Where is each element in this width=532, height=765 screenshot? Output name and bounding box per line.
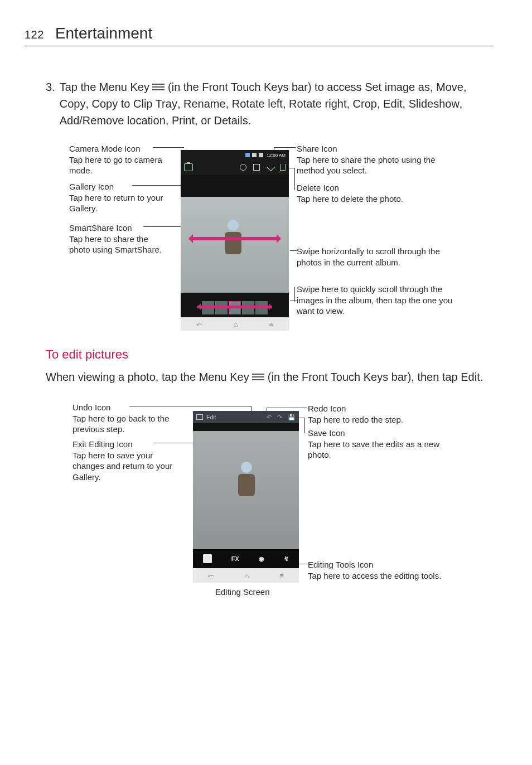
opt: Rotate right [289, 98, 346, 110]
phone-screenshot: Edit ↶ ↷ 💾 FX ◉ ↯ ⤺ ⌂ ≡ [193, 411, 299, 583]
text: (in the Front Touch Keys bar) to access [165, 81, 365, 93]
step-number: 3. [46, 79, 55, 129]
callout-desc: Tap here to save your changes and return… [72, 450, 184, 483]
callout-desc: Tap here to save the edits as a new phot… [308, 439, 464, 461]
swipe-callout: Swipe horizontally to scroll through the… [297, 246, 458, 268]
edit-tools-bar: FX ◉ ↯ [193, 549, 299, 568]
phone-screenshot: 12:00 AM ⤺ ⌂ [181, 150, 289, 319]
tools-callout: Editing Tools Icon Tap here to access th… [308, 559, 475, 581]
filter-tool-icon[interactable]: ◉ [259, 555, 264, 563]
undo-icon[interactable]: ↶ [267, 414, 272, 421]
photo-subject [222, 220, 244, 264]
callout-title: Editing Tools Icon [308, 559, 475, 570]
text: Tap the [60, 81, 99, 93]
leader-line [153, 443, 197, 443]
save-callout: Save Icon Tap here to save the edits as … [308, 428, 464, 461]
step-3: 3. Tap the Menu Key (in the Front Touch … [46, 79, 493, 129]
leader-line [294, 168, 295, 190]
nav-bar: ⤺ ⌂ ≡ [181, 317, 289, 331]
leader-line [267, 408, 307, 408]
callout-title: Exit Editing Icon [72, 439, 184, 450]
text: . [480, 371, 483, 383]
photo-viewer-diagram: Camera Mode Icon Tap here to go to camer… [69, 143, 493, 333]
menu-icon [252, 374, 264, 381]
section-heading: To edit pictures [46, 347, 493, 362]
photo-subject [235, 462, 258, 506]
callout-title: Save Icon [308, 428, 464, 439]
callout-desc: Tap here to go to camera mode. [69, 154, 170, 176]
menu-icon[interactable]: ≡ [279, 572, 284, 580]
callout-desc: Swipe horizontally to scroll through the… [297, 246, 458, 268]
caption: Editing Screen [215, 587, 270, 597]
thumbnail-strip[interactable] [181, 298, 289, 317]
opt: Rotate left [232, 98, 283, 110]
leader-line [274, 147, 296, 148]
callout-desc: Tap here to access the editing tools. [308, 570, 475, 582]
callout-title: Undo Icon [72, 402, 184, 413]
back-icon[interactable]: ⤺ [208, 572, 214, 580]
opt: Slideshow [409, 98, 460, 110]
leader-line [289, 168, 294, 168]
page-header: 122 Entertainment [25, 25, 493, 46]
opt: Copy to Clip Tray [92, 98, 177, 110]
delete-callout: Delete Icon Tap here to delete the photo… [297, 182, 464, 204]
callout-desc: Tap here to share the photo using the me… [297, 154, 464, 176]
opt: Rename [183, 98, 226, 110]
save-icon[interactable]: 💾 [288, 414, 296, 421]
wifi-icon [252, 153, 257, 157]
status-bar: 12:00 AM [181, 150, 289, 160]
opt: Move [436, 81, 463, 93]
delete-icon[interactable] [280, 164, 286, 171]
exit-editing-icon[interactable] [196, 414, 203, 420]
gallery-callout: Gallery Icon Tap here to return to your … [69, 181, 170, 214]
callout-desc: Tap here to share the photo using SmartS… [69, 234, 170, 255]
opt: Add/Remove location [60, 114, 166, 127]
more-tool-icon[interactable]: ↯ [284, 555, 289, 563]
opt: Edit [383, 98, 402, 110]
leader-line [153, 147, 184, 148]
leader-line [299, 564, 308, 564]
photo-view[interactable] [181, 197, 289, 293]
gallery-toolbar [181, 160, 289, 175]
battery-icon [259, 153, 263, 157]
edit-paragraph: When viewing a photo, tap the Menu Key (… [46, 369, 493, 385]
leader-line [290, 301, 297, 301]
share-callout: Share Icon Tap here to share the photo u… [297, 143, 464, 176]
callout-desc: Tap here to return to your Gallery. [69, 192, 170, 214]
callout-title: Delete Icon [297, 182, 464, 193]
text: or [198, 114, 214, 127]
fx-tool-icon[interactable]: FX [231, 555, 239, 562]
smartshare-icon[interactable] [240, 164, 246, 171]
home-icon[interactable]: ⌂ [234, 320, 238, 328]
camera-mode-callout: Camera Mode Icon Tap here to go to camer… [69, 143, 170, 176]
nav-bar: ⤺ ⌂ ≡ [193, 568, 299, 583]
callout-title: Redo Icon [308, 403, 464, 414]
home-icon[interactable]: ⌂ [245, 572, 249, 580]
text: . [248, 114, 252, 127]
photo-edit-view[interactable] [193, 431, 299, 549]
gallery-icon[interactable] [253, 164, 260, 171]
camera-mode-icon[interactable] [184, 163, 193, 171]
callout-title: Camera Mode Icon [69, 143, 170, 154]
text: (in the Front Touch Keys bar), then tap [264, 371, 461, 383]
page-title: Entertainment [55, 25, 152, 42]
opt: Print, [172, 114, 198, 127]
redo-callout: Redo Icon Tap here to redo the step. [308, 403, 464, 425]
back-icon[interactable]: ⤺ [196, 320, 202, 328]
share-icon[interactable] [267, 164, 273, 171]
callout-title: SmartShare Icon [69, 222, 170, 234]
redo-icon[interactable]: ↷ [277, 414, 282, 421]
leader-line [129, 406, 251, 406]
swipe-arrow-icon [188, 237, 281, 240]
callout-desc: Swipe here to quickly scroll through the… [297, 284, 458, 317]
leader-line [304, 418, 305, 433]
edit-title: Edit [206, 414, 216, 420]
crop-tool-icon[interactable] [203, 554, 212, 563]
edit-diagram: Undo Icon Tap here to go back to the pre… [72, 398, 493, 602]
menu-icon [152, 84, 165, 91]
opt: Copy [60, 98, 86, 110]
opt: Set image as [365, 81, 430, 93]
clock: 12:00 AM [267, 153, 286, 158]
menu-icon[interactable]: ≡ [269, 320, 273, 328]
leader-line [294, 287, 295, 302]
